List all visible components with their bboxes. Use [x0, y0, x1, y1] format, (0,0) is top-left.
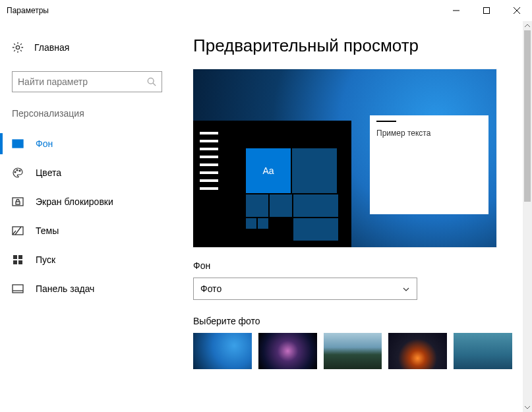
- svg-rect-13: [16, 202, 20, 204]
- search-field[interactable]: [18, 76, 147, 87]
- search-input[interactable]: [12, 71, 162, 92]
- photo-thumbnails: [193, 333, 512, 369]
- choose-photo-label: Выберите фото: [193, 316, 512, 326]
- page-title: Предварительный просмотр: [193, 36, 512, 56]
- picture-icon: [12, 138, 24, 150]
- sample-text: Пример текста: [370, 129, 488, 138]
- lockscreen-icon: [12, 196, 24, 208]
- photo-thumbnail[interactable]: [454, 333, 512, 369]
- svg-point-10: [16, 169, 18, 171]
- preview-window: Пример текста: [370, 115, 488, 214]
- desktop-preview: Aa Пример текста: [193, 69, 496, 247]
- svg-point-9: [15, 171, 16, 173]
- sidebar-item-themes[interactable]: Темы: [0, 216, 175, 245]
- background-type-dropdown[interactable]: Фото: [193, 278, 417, 300]
- photo-thumbnail[interactable]: [324, 333, 382, 369]
- scroll-down-icon[interactable]: [523, 403, 532, 412]
- background-label: Фон: [193, 260, 512, 271]
- dropdown-value: Фото: [200, 283, 222, 294]
- themes-icon: [12, 225, 24, 237]
- sidebar-item-background[interactable]: Фон: [0, 129, 175, 158]
- scroll-up-icon[interactable]: [523, 21, 532, 30]
- svg-point-5: [148, 78, 154, 84]
- svg-rect-7: [13, 140, 23, 148]
- taskbar-icon: [12, 283, 24, 295]
- sidebar-item-label: Цвета: [36, 167, 61, 178]
- photo-thumbnail[interactable]: [258, 333, 317, 369]
- search-icon: [147, 77, 156, 86]
- sidebar-item-taskbar[interactable]: Панель задач: [0, 274, 175, 303]
- svg-rect-15: [13, 255, 17, 259]
- svg-rect-1: [484, 7, 490, 13]
- preview-tile-aa: Aa: [246, 148, 291, 193]
- home-label: Главная: [34, 42, 69, 53]
- photo-thumbnail[interactable]: [388, 333, 447, 369]
- sidebar-item-label: Темы: [36, 225, 59, 236]
- vertical-scrollbar[interactable]: [523, 21, 532, 412]
- sidebar-item-start[interactable]: Пуск: [0, 245, 175, 274]
- photo-thumbnail[interactable]: [193, 333, 252, 369]
- palette-icon: [12, 167, 24, 179]
- svg-line-6: [153, 83, 156, 86]
- svg-rect-19: [13, 285, 23, 293]
- sidebar-item-colors[interactable]: Цвета: [0, 158, 175, 187]
- svg-rect-16: [18, 255, 22, 259]
- sidebar: Главная Персонализация Фон Цвета Экран: [0, 21, 175, 412]
- sidebar-item-label: Панель задач: [36, 283, 94, 294]
- window-title: Параметры: [7, 6, 49, 15]
- sidebar-item-lockscreen[interactable]: Экран блокировки: [0, 187, 175, 216]
- gear-icon: [12, 42, 24, 53]
- start-icon: [12, 254, 24, 266]
- svg-point-4: [16, 45, 19, 49]
- scrollbar-thumb[interactable]: [524, 30, 531, 202]
- home-link[interactable]: Главная: [0, 36, 175, 59]
- chevron-down-icon: [402, 285, 410, 293]
- svg-rect-18: [18, 260, 22, 264]
- sidebar-item-label: Экран блокировки: [36, 196, 113, 207]
- minimize-button[interactable]: [441, 0, 471, 21]
- sidebar-item-label: Пуск: [36, 254, 55, 265]
- close-button[interactable]: [502, 0, 532, 21]
- sidebar-item-label: Фон: [36, 138, 53, 149]
- titlebar: Параметры: [0, 0, 532, 21]
- category-label: Персонализация: [0, 108, 175, 119]
- svg-rect-17: [13, 260, 17, 264]
- svg-point-11: [19, 170, 20, 171]
- maximize-button[interactable]: [471, 0, 502, 21]
- content-area: Предварительный просмотр Aa Пример текст…: [175, 21, 532, 412]
